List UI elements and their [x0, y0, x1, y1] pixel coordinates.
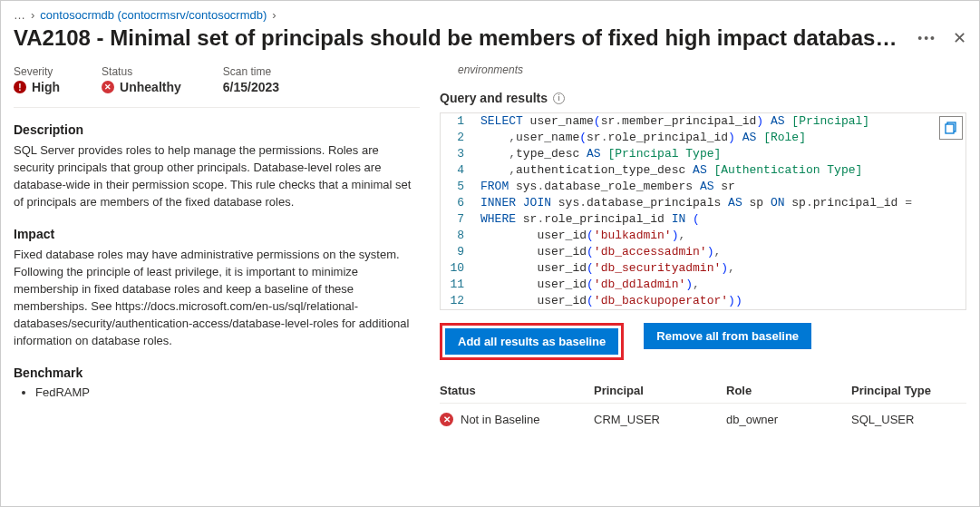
cell-principal: CRM_USER [594, 413, 726, 426]
severity-label: Severity [14, 65, 60, 78]
breadcrumb: … › contosocrmdb (contocrmsrv/contosocrm… [14, 6, 966, 25]
scan-time-value: 6/15/2023 [223, 80, 279, 94]
svg-rect-1 [946, 124, 954, 133]
cell-role: db_owner [726, 413, 851, 426]
page-title: VA2108 - Minimal set of principals shoul… [14, 25, 917, 51]
impact-body: Fixed database roles may have administra… [14, 247, 420, 349]
highlight-annotation: Add all results as baseline [440, 323, 624, 360]
info-icon[interactable]: i [553, 93, 565, 104]
breadcrumb-link[interactable]: contosocrmdb (contocrmsrv/contosocrmdb) [40, 8, 267, 22]
col-header-principal-type[interactable]: Principal Type [851, 384, 966, 397]
severity-value: High [32, 80, 60, 94]
environments-text: environments [440, 60, 966, 76]
scan-time-label: Scan time [223, 65, 279, 78]
query-results-heading: Query and results [440, 91, 548, 105]
copy-icon[interactable] [939, 116, 963, 140]
benchmark-heading: Benchmark [14, 366, 420, 380]
severity-high-icon: ! [14, 81, 26, 93]
status-value: Unhealthy [120, 80, 181, 94]
status-fail-icon: ✕ [440, 413, 453, 426]
unhealthy-icon: ✕ [102, 81, 114, 93]
results-table: Status Principal Role Principal Type ✕ N… [440, 378, 966, 432]
cell-status: Not in Baseline [461, 413, 539, 426]
table-row[interactable]: ✕ Not in Baseline CRM_USER db_owner SQL_… [440, 404, 966, 432]
add-all-baseline-button[interactable]: Add all results as baseline [445, 328, 618, 355]
more-actions-icon[interactable]: ••• [917, 31, 936, 45]
col-header-status[interactable]: Status [440, 384, 594, 397]
description-heading: Description [14, 122, 420, 137]
status-label: Status [102, 65, 181, 78]
impact-heading: Impact [14, 227, 420, 241]
remove-all-baseline-button[interactable]: Remove all from baseline [644, 323, 811, 349]
close-icon[interactable]: ✕ [953, 28, 966, 48]
description-body: SQL Server provides roles to help manage… [14, 142, 420, 210]
col-header-role[interactable]: Role [726, 384, 851, 397]
breadcrumb-ellipsis[interactable]: … [14, 8, 25, 22]
chevron-right-icon: › [272, 8, 276, 22]
cell-principal-type: SQL_USER [851, 413, 966, 426]
benchmark-item: FedRAMP [35, 385, 420, 399]
chevron-right-icon: › [31, 8, 34, 22]
sql-code-box: 1SELECT user_name(sr.member_principal_id… [440, 112, 966, 310]
col-header-principal[interactable]: Principal [594, 384, 726, 397]
